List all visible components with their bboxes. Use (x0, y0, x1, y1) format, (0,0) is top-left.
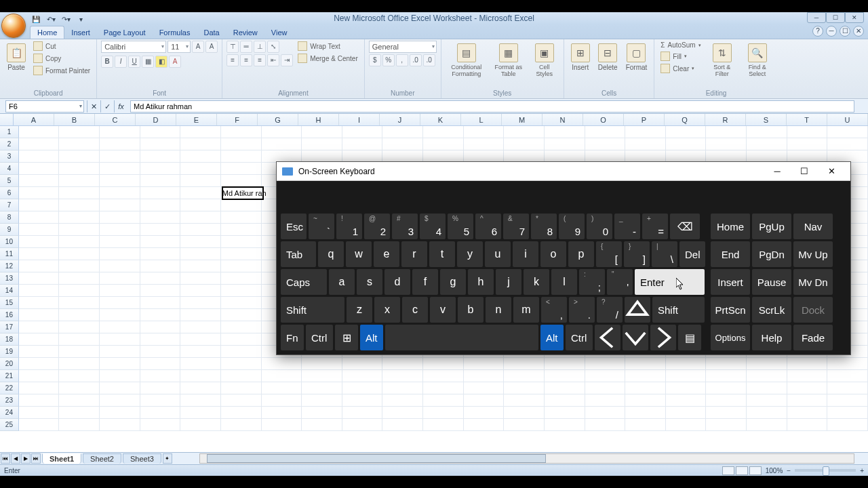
cell[interactable] (180, 260, 221, 272)
cell[interactable] (382, 419, 423, 431)
cell[interactable] (504, 394, 545, 407)
col-header-A[interactable]: A (14, 114, 54, 125)
key-nav[interactable]: Nav (793, 214, 833, 239)
col-header-U[interactable]: U (827, 114, 868, 125)
cell[interactable] (59, 211, 100, 224)
key-ctrl-right[interactable]: Ctrl (566, 325, 593, 350)
cell[interactable] (221, 285, 262, 297)
cell[interactable] (262, 370, 302, 382)
cell[interactable] (464, 382, 505, 394)
ribbon-min-icon[interactable]: ─ (826, 26, 837, 37)
cell[interactable] (787, 138, 828, 150)
cell[interactable] (827, 370, 868, 382)
key-shift-right[interactable]: Shift (652, 297, 705, 323)
cell[interactable] (19, 285, 60, 297)
tab-review[interactable]: Review (226, 26, 264, 39)
cell[interactable] (625, 382, 666, 394)
cell[interactable] (827, 126, 868, 138)
cell[interactable] (180, 394, 221, 407)
cell[interactable] (140, 358, 181, 370)
cell[interactable] (545, 138, 585, 150)
row-header[interactable]: 2 (0, 138, 19, 150)
row-header[interactable]: 10 (0, 236, 19, 248)
key-r[interactable]: r (401, 241, 427, 267)
cell[interactable] (706, 419, 747, 431)
border-button[interactable]: ▦ (142, 56, 154, 68)
row-header[interactable]: 13 (0, 272, 19, 285)
key-g[interactable]: g (440, 269, 466, 295)
zoom-out-icon[interactable]: − (787, 467, 791, 474)
key-alt-left[interactable]: Alt (360, 325, 383, 350)
tab-nav-first[interactable]: ⏮ (1, 453, 10, 464)
tab-insert[interactable]: Insert (64, 26, 97, 39)
cell[interactable] (221, 260, 262, 272)
cell[interactable] (100, 394, 140, 407)
cell[interactable] (221, 346, 262, 358)
cell[interactable] (100, 333, 140, 346)
cell[interactable] (140, 236, 181, 248)
tab-nav-last[interactable]: ⏭ (31, 453, 41, 464)
cell[interactable] (262, 358, 302, 370)
cell[interactable] (140, 394, 181, 407)
cell[interactable] (59, 248, 100, 260)
key-options[interactable]: Options (711, 325, 750, 350)
cell[interactable] (827, 394, 868, 407)
key-a[interactable]: a (329, 269, 355, 295)
cell[interactable] (100, 419, 140, 431)
cell[interactable] (100, 407, 140, 419)
cell[interactable] (19, 309, 60, 321)
cell[interactable] (706, 370, 747, 382)
cell[interactable] (100, 358, 140, 370)
zoom-level[interactable]: 100% (766, 467, 783, 474)
sheet-tab-2[interactable]: Sheet2 (83, 453, 121, 464)
cell[interactable] (140, 199, 181, 211)
cell[interactable] (180, 187, 221, 199)
row-header[interactable]: 15 (0, 297, 19, 309)
cell[interactable] (59, 285, 100, 297)
key-t[interactable]: t (429, 241, 455, 267)
key-fn[interactable]: Fn (281, 325, 304, 350)
copy-button[interactable]: Copy (31, 53, 92, 64)
insert-sheet-icon[interactable]: ✦ (163, 453, 172, 464)
key-h[interactable]: h (468, 269, 494, 295)
align-middle-icon[interactable]: ═ (240, 41, 252, 53)
col-header-E[interactable]: E (176, 114, 217, 125)
cell[interactable] (100, 309, 140, 321)
select-all-corner[interactable] (0, 114, 14, 125)
cell[interactable] (19, 419, 60, 431)
cell[interactable] (180, 224, 221, 236)
cell[interactable] (545, 394, 585, 407)
key-fade[interactable]: Fade (793, 325, 833, 350)
cell[interactable] (262, 382, 302, 394)
cell[interactable] (100, 285, 140, 297)
cell[interactable] (747, 126, 787, 138)
col-header-J[interactable]: J (380, 114, 420, 125)
col-header-D[interactable]: D (136, 114, 176, 125)
cell[interactable] (827, 138, 868, 150)
cell-styles-button[interactable]: ▣Cell Styles (530, 41, 559, 80)
name-box[interactable]: F6 (5, 100, 84, 113)
key-scrlk[interactable]: ScrLk (752, 297, 791, 323)
cell[interactable] (19, 358, 60, 370)
key-dock[interactable]: Dock (793, 297, 833, 323)
col-header-M[interactable]: M (502, 114, 542, 125)
cell[interactable] (140, 346, 181, 358)
cell[interactable] (19, 272, 60, 285)
cell[interactable] (504, 138, 545, 150)
cell[interactable] (747, 419, 787, 431)
format-cells-button[interactable]: ▢Format (623, 41, 650, 74)
cell[interactable] (221, 358, 262, 370)
col-header-P[interactable]: P (624, 114, 665, 125)
cell[interactable] (221, 175, 262, 187)
qat-customize-icon[interactable]: ▾ (75, 14, 87, 24)
cell[interactable] (59, 370, 100, 382)
cell[interactable] (382, 358, 423, 370)
key-arrow-down[interactable] (623, 325, 648, 350)
key-d[interactable]: d (384, 269, 410, 295)
cell[interactable] (221, 211, 262, 224)
font-name-select[interactable]: Calibri (101, 41, 166, 53)
col-header-I[interactable]: I (339, 114, 380, 125)
cell[interactable] (180, 175, 221, 187)
cell[interactable] (140, 370, 181, 382)
key-apostrophe[interactable]: "' (607, 269, 633, 295)
